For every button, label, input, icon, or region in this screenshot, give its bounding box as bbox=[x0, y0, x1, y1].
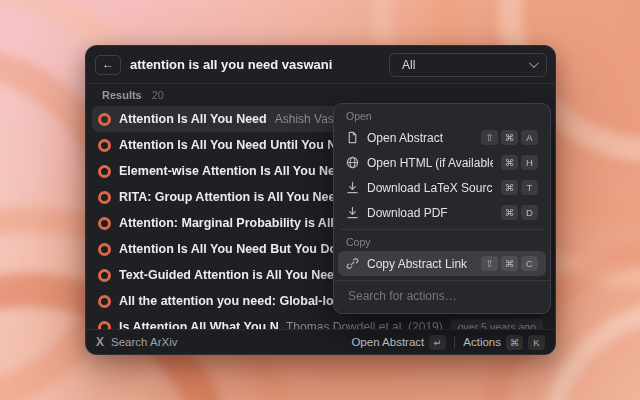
panel-section-header-open: Open bbox=[338, 108, 546, 125]
arxiv-result-icon bbox=[98, 165, 111, 178]
keycap: ⌘ bbox=[501, 130, 518, 145]
shortcut-keys: ⌘ H bbox=[501, 155, 538, 170]
action-label: Open HTML (if Available) bbox=[367, 156, 493, 170]
footer-app-label: Search ArXiv bbox=[111, 336, 177, 348]
shortcut-keys: ⇧ ⌘ C bbox=[481, 256, 538, 271]
category-dropdown-value: All bbox=[402, 58, 415, 72]
search-input[interactable] bbox=[128, 56, 382, 73]
footer-actions-group: Open Abstract ↵ Actions ⌘ K bbox=[351, 335, 545, 350]
arxiv-result-icon bbox=[98, 113, 111, 126]
arxiv-result-icon bbox=[98, 139, 111, 152]
results-count: 20 bbox=[152, 89, 164, 101]
result-title: Element-wise Attention Is All You Need bbox=[119, 164, 350, 178]
action-label: Copy Abstract Link bbox=[367, 257, 467, 271]
shortcut-keys: ⌘ D bbox=[501, 205, 538, 220]
keycap: C bbox=[521, 256, 538, 271]
footer-primary-label: Open Abstract bbox=[351, 336, 424, 348]
action-search-row bbox=[334, 280, 550, 310]
panel-divider bbox=[340, 229, 544, 230]
keycap: D bbox=[521, 205, 538, 220]
keycap: A bbox=[521, 130, 538, 145]
actions-footer-button[interactable]: Actions ⌘ K bbox=[463, 335, 545, 350]
launcher-window: ← All Results 20 Attention Is All You Ne… bbox=[85, 45, 556, 355]
chevron-down-icon bbox=[529, 58, 539, 68]
keycap: H bbox=[521, 155, 538, 170]
open-abstract-footer-button[interactable]: Open Abstract ↵ bbox=[351, 335, 446, 350]
shortcut-keys: ⌘ T bbox=[501, 180, 538, 195]
keycap: ⌘ bbox=[501, 155, 518, 170]
action-item-download-pdf[interactable]: Download PDF ⌘ D bbox=[338, 200, 546, 225]
keycap: ⌘ bbox=[501, 256, 518, 271]
action-item-copy-abstract-link[interactable]: Copy Abstract Link ⇧ ⌘ C bbox=[338, 251, 546, 276]
keycap: ⇧ bbox=[481, 130, 498, 145]
keycap: ⇧ bbox=[481, 256, 498, 271]
result-title: Attention Is All You Need bbox=[119, 112, 267, 126]
shortcut-keys: ⇧ ⌘ A bbox=[481, 130, 538, 145]
cmd-keycap: ⌘ bbox=[506, 335, 523, 350]
arxiv-result-icon bbox=[98, 269, 111, 282]
keycap: ⌘ bbox=[501, 180, 518, 195]
action-item-download-latex[interactable]: Download LaTeX Source ⌘ T bbox=[338, 175, 546, 200]
download-icon bbox=[346, 206, 359, 219]
action-item-open-abstract[interactable]: Open Abstract ⇧ ⌘ A bbox=[338, 125, 546, 150]
keycap: ⌘ bbox=[501, 205, 518, 220]
document-icon bbox=[346, 131, 359, 144]
action-label: Open Abstract bbox=[367, 131, 443, 145]
action-label: Download PDF bbox=[367, 206, 448, 220]
link-icon bbox=[346, 257, 359, 270]
arxiv-result-icon bbox=[98, 191, 111, 204]
action-label: Download LaTeX Source bbox=[367, 181, 493, 195]
results-label: Results bbox=[102, 89, 142, 101]
category-dropdown[interactable]: All bbox=[389, 53, 547, 77]
download-icon bbox=[346, 181, 359, 194]
action-search-input[interactable] bbox=[346, 288, 542, 304]
back-button[interactable]: ← bbox=[95, 55, 121, 75]
footer-separator bbox=[454, 336, 455, 348]
search-header: ← All bbox=[86, 46, 555, 84]
k-keycap: K bbox=[528, 335, 545, 350]
arxiv-logo-icon: X bbox=[96, 335, 104, 349]
arxiv-result-icon bbox=[98, 243, 111, 256]
footer-bar: X Search ArXiv Open Abstract ↵ Actions ⌘… bbox=[86, 329, 555, 354]
action-panel: Open Open Abstract ⇧ ⌘ A Open HTML (if A… bbox=[333, 103, 551, 314]
actions-label: Actions bbox=[463, 336, 501, 348]
action-item-open-html[interactable]: Open HTML (if Available) ⌘ H bbox=[338, 150, 546, 175]
keycap: T bbox=[521, 180, 538, 195]
arxiv-result-icon bbox=[98, 295, 111, 308]
arxiv-result-icon bbox=[98, 217, 111, 230]
panel-section-header-copy: Copy bbox=[338, 234, 546, 251]
enter-keycap: ↵ bbox=[429, 335, 446, 350]
globe-icon bbox=[346, 156, 359, 169]
